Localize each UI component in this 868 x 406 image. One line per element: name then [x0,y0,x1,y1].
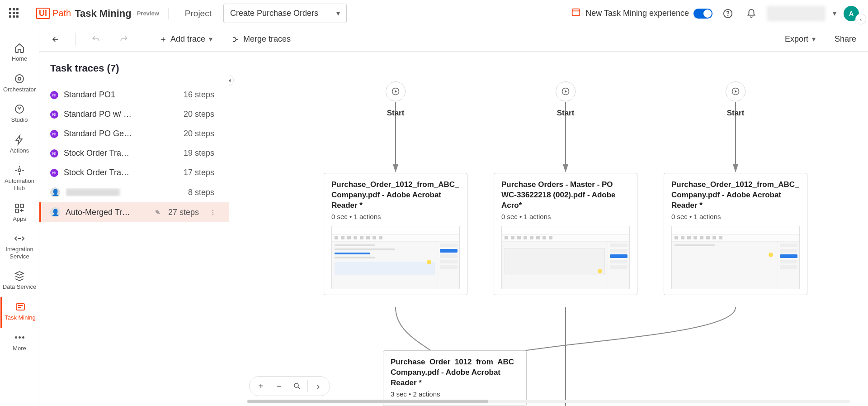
initials-badge: NI [50,110,58,119]
apps-launcher-icon[interactable] [9,8,20,19]
tenant-chevron-icon[interactable]: ▾ [833,9,836,18]
initials-badge: NI [50,130,58,138]
share-button[interactable]: Share [831,32,860,47]
add-trace-button[interactable]: Add trace▾ [156,32,216,47]
svg-point-2 [728,15,728,16]
rail-data-service[interactable]: Data Service [0,266,38,297]
trace-name: Standard PO w/ … [64,110,178,119]
horizontal-scrollbar[interactable] [247,400,850,403]
preview-badge: Preview [137,10,159,17]
start-label: Start [557,109,575,118]
left-nav-rail: Home Orchestrator Studio Actions Automat… [0,27,39,406]
rail-automation-hub[interactable]: Automation Hub [0,160,38,198]
new-experience-bar: New Task Mining experience [571,7,712,19]
logo-product-name: Task Mining [75,8,132,19]
zoom-in-button[interactable]: + [253,378,269,394]
chevron-down-icon: ▾ [336,9,340,18]
logo-path: Path [52,8,71,19]
redo-button[interactable] [116,32,132,47]
chevron-down-icon: ▾ [812,35,816,43]
svg-rect-8 [15,209,19,212]
back-button[interactable] [47,32,64,47]
trace-steps: 16 steps [184,90,214,100]
project-select[interactable]: Create Purchase Orders ▾ [223,4,347,23]
initials-badge: NI [50,149,58,158]
svg-rect-6 [15,204,19,207]
trace-steps: 20 steps [184,129,214,139]
trace-item[interactable]: NIStandard PO Ge…20 steps [39,124,229,143]
svg-point-16 [294,383,298,387]
new-experience-toggle[interactable] [693,9,712,19]
step-meta: 0 sec • 1 actions [331,213,460,220]
trace-item-selected[interactable]: Auto-Merged Tr…✎27 steps⋮ [39,202,229,222]
top-bar: UiPath Task Mining Preview Project Creat… [0,0,868,27]
flow-step-card[interactable]: Purchase_Order_1012_from_ABC_Company.pdf… [324,173,467,295]
start-label: Start [387,109,405,118]
more-icon[interactable]: ⋮ [208,209,218,216]
traces-sidebar: Task traces (7) NIStandard PO116 steps N… [39,52,229,406]
rail-actions[interactable]: Actions [0,130,38,161]
zoom-out-button[interactable]: − [271,378,287,394]
trace-steps: 20 steps [184,110,214,119]
flow-step-card[interactable]: Purchase Orders - Master - PO WC-3362221… [494,173,637,295]
rail-home[interactable]: Home [0,38,38,69]
project-selected-value: Create Purchase Orders [230,9,318,18]
merge-traces-button[interactable]: Merge traces [228,32,294,47]
flow-step-card[interactable]: Purchase_Order_1012_from_ABC_Company.pdf… [664,173,807,295]
svg-point-4 [15,75,24,83]
new-experience-icon [571,7,581,19]
zoom-fit-button[interactable] [289,378,305,394]
zoom-next-button[interactable]: › [311,378,326,394]
notifications-icon[interactable] [743,5,760,22]
rail-integration-service[interactable]: Integration Service [0,229,38,266]
rail-orchestrator[interactable]: Orchestrator [0,69,38,100]
step-title: Purchase_Order_1012_from_ABC_Company.pdf… [671,180,800,211]
trace-name: Standard PO Ge… [64,129,178,139]
undo-button[interactable] [88,32,104,47]
svg-rect-7 [20,204,24,207]
trace-name: Stock Order Tra… [64,168,178,177]
collapse-panel-right-button[interactable]: ‹ [855,14,866,24]
trace-item[interactable]: NIStock Order Tra…19 steps [39,143,229,163]
zoom-controls: + − › [249,376,330,396]
step-thumbnail [671,226,800,289]
trace-name-blurred [66,188,183,196]
start-node[interactable] [726,81,745,101]
svg-rect-0 [572,9,580,16]
tenant-name-blurred [767,6,826,21]
start-node[interactable] [386,81,406,101]
flow-canvas[interactable]: ◂ Start Start Start Purchase_Order_1012_… [229,52,868,406]
trace-item[interactable]: 8 steps [39,182,229,202]
rail-more[interactable]: More [0,328,38,358]
trace-item[interactable]: NIStock Order Tra…17 steps [39,163,229,182]
initials-badge: NI [50,91,58,99]
sidebar-title: Task traces (7) [39,62,229,85]
rail-studio[interactable]: Studio [0,99,38,130]
trace-list: NIStandard PO116 steps NIStandard PO w/ … [39,85,229,222]
product-logo: UiPath Task Mining Preview [36,8,169,19]
edit-icon[interactable]: ✎ [153,209,163,216]
trace-steps: 17 steps [184,168,214,177]
logo-ui: Ui [36,8,50,19]
step-meta: 0 sec • 1 actions [501,213,630,220]
rail-task-mining[interactable]: Task Mining [0,297,38,328]
export-button[interactable]: Export▾ [781,32,819,47]
start-label: Start [727,109,745,118]
flow-step-card[interactable]: Purchase_Order_1012_from_ABC_Company.pdf… [383,350,527,406]
new-experience-label: New Task Mining experience [585,9,689,18]
initials-badge: NI [50,169,58,177]
chevron-down-icon: ▾ [209,35,212,43]
help-icon[interactable] [720,5,736,22]
trace-name: Stock Order Tra… [64,148,178,158]
project-label: Project [185,9,212,19]
rail-apps[interactable]: Apps [0,198,38,229]
trace-item[interactable]: NIStandard PO116 steps [39,85,229,105]
start-node[interactable] [556,81,576,101]
trace-steps: 19 steps [184,148,214,158]
step-thumbnail [331,226,460,289]
svg-point-3 [18,77,21,80]
svg-point-5 [18,169,21,172]
trace-item[interactable]: NIStandard PO w/ …20 steps [39,105,229,124]
step-meta: 0 sec • 1 actions [671,213,800,220]
trace-name: Auto-Merged Tr… [66,208,147,217]
